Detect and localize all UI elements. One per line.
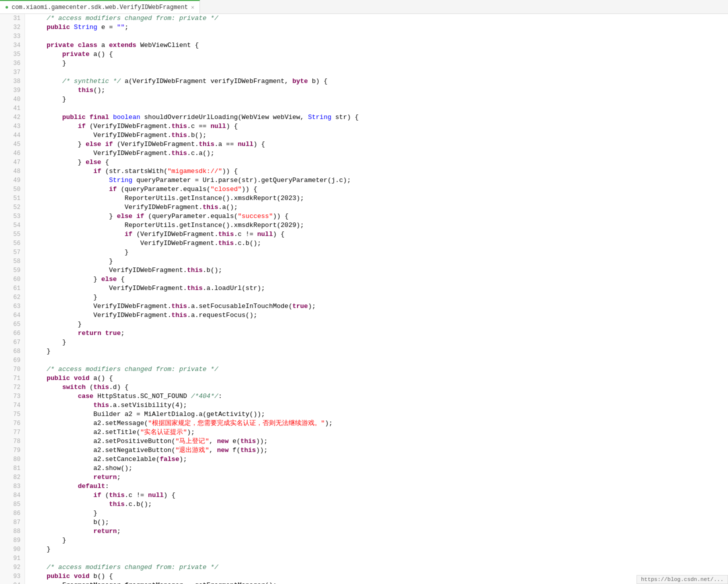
code-line: this();: [31, 86, 728, 95]
code-line: /* access modifiers changed from: privat…: [31, 563, 728, 572]
line-number: 56: [0, 239, 24, 248]
line-number: 83: [0, 482, 24, 491]
code-line: }: [31, 59, 728, 68]
code-line: if (this.c != null) {: [31, 491, 728, 500]
code-line: [31, 554, 728, 563]
code-line: public void b() {: [31, 572, 728, 581]
code-line: [31, 32, 728, 41]
line-number: 62: [0, 293, 24, 302]
line-number: 85: [0, 500, 24, 509]
line-number: 68: [0, 347, 24, 356]
line-number: 63: [0, 302, 24, 311]
code-line: private a() {: [31, 50, 728, 59]
line-number: 55: [0, 230, 24, 239]
code-line: this.c.b();: [31, 500, 728, 509]
line-number: 78: [0, 437, 24, 446]
line-number: 41: [0, 104, 24, 113]
code-line: [31, 104, 728, 113]
code-line: if (VerifyIDWebFragment.this.c == null) …: [31, 122, 728, 131]
code-line: Builder a2 = MiAlertDialog.a(getActivity…: [31, 410, 728, 419]
line-number: 32: [0, 23, 24, 32]
code-line: [31, 356, 728, 365]
line-number: 88: [0, 527, 24, 536]
code-line: }: [31, 338, 728, 347]
line-number: 69: [0, 356, 24, 365]
code-line: VerifyIDWebFragment.this.a.setFocusableI…: [31, 302, 728, 311]
line-number: 94: [0, 581, 24, 584]
code-line: private class a extends WebViewClient {: [31, 41, 728, 50]
line-number: 47: [0, 158, 24, 167]
line-number: 45: [0, 140, 24, 149]
line-number: 43: [0, 122, 24, 131]
line-number: 87: [0, 518, 24, 527]
line-number: 33: [0, 32, 24, 41]
line-number: 52: [0, 203, 24, 212]
code-line: a2.setMessage("根据国家规定，您需要完成实名认证，否则无法继续游戏…: [31, 419, 728, 428]
close-icon[interactable]: ✕: [191, 4, 194, 10]
code-line: }: [31, 248, 728, 257]
code-line: b();: [31, 518, 728, 527]
line-number: 82: [0, 473, 24, 482]
code-line: ReporterUtils.getInstance().xmsdkReport(…: [31, 194, 728, 203]
code-line: [31, 68, 728, 77]
code-line: String queryParameter = Uri.parse(str).g…: [31, 176, 728, 185]
line-numbers: 3132333435363738394041424344454647484950…: [0, 14, 25, 584]
tab-icon: ●: [5, 4, 8, 11]
line-number: 60: [0, 275, 24, 284]
code-line: VerifyIDWebFragment.this.b();: [31, 131, 728, 140]
line-number: 40: [0, 95, 24, 104]
line-number: 76: [0, 419, 24, 428]
line-number: 89: [0, 536, 24, 545]
line-number: 37: [0, 68, 24, 77]
line-number: 72: [0, 383, 24, 392]
code-line: return;: [31, 527, 728, 536]
line-number: 77: [0, 428, 24, 437]
code-line: VerifyIDWebFragment.this.a.requestFocus(…: [31, 311, 728, 320]
code-line: return;: [31, 473, 728, 482]
code-area: /* access modifiers changed from: privat…: [25, 14, 728, 584]
line-number: 42: [0, 113, 24, 122]
code-line: VerifyIDWebFragment.this.a();: [31, 203, 728, 212]
code-line: }: [31, 320, 728, 329]
code-line: a2.setCancelable(false);: [31, 455, 728, 464]
line-number: 73: [0, 392, 24, 401]
line-number: 86: [0, 509, 24, 518]
line-number: 39: [0, 86, 24, 95]
line-number: 67: [0, 338, 24, 347]
code-line: } else {: [31, 158, 728, 167]
line-number: 59: [0, 266, 24, 275]
code-line: if (str.startsWith("migamesdk://")) {: [31, 167, 728, 176]
code-line: }: [31, 347, 728, 356]
code-line: }: [31, 293, 728, 302]
code-line: VerifyIDWebFragment.this.c.b();: [31, 239, 728, 248]
line-number: 84: [0, 491, 24, 500]
line-number: 74: [0, 401, 24, 410]
code-line: /* access modifiers changed from: privat…: [31, 14, 728, 23]
line-number: 38: [0, 77, 24, 86]
code-line: return true;: [31, 329, 728, 338]
code-line: }: [31, 509, 728, 518]
line-number: 57: [0, 248, 24, 257]
code-line: /* synthetic */ a(VerifyIDWebFragment ve…: [31, 77, 728, 86]
code-line: /* access modifiers changed from: privat…: [31, 365, 728, 374]
line-number: 93: [0, 572, 24, 581]
line-number: 81: [0, 464, 24, 473]
line-number: 58: [0, 257, 24, 266]
editor-container: 3132333435363738394041424344454647484950…: [0, 14, 728, 584]
line-number: 34: [0, 41, 24, 50]
line-number: 66: [0, 329, 24, 338]
code-line: }: [31, 257, 728, 266]
url-bar: https://blog.csdn.net/...: [636, 575, 728, 584]
line-number: 92: [0, 563, 24, 572]
code-line: if (VerifyIDWebFragment.this.c != null) …: [31, 230, 728, 239]
line-number: 90: [0, 545, 24, 554]
editor-tab[interactable]: ● com.xiaomi.gamecenter.sdk.web.VerifyID…: [0, 0, 200, 14]
tab-label: com.xiaomi.gamecenter.sdk.web.VerifyIDWe…: [12, 4, 188, 11]
code-line: FragmentManager fragmentManager = getFra…: [31, 581, 728, 584]
line-number: 36: [0, 59, 24, 68]
line-number: 75: [0, 410, 24, 419]
line-number: 65: [0, 320, 24, 329]
tab-bar: ● com.xiaomi.gamecenter.sdk.web.VerifyID…: [0, 0, 728, 14]
code-line: } else if (VerifyIDWebFragment.this.a ==…: [31, 140, 728, 149]
line-number: 64: [0, 311, 24, 320]
